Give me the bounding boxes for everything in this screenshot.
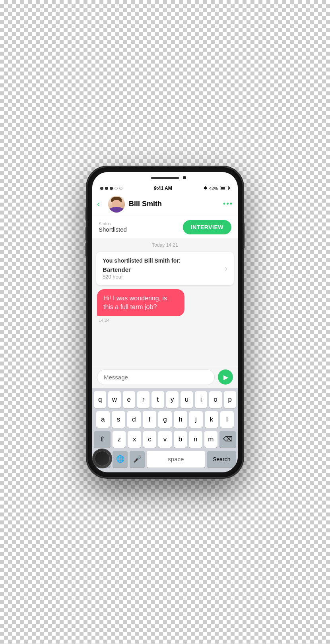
chat-bubble-wrapper: Hi! I was wondering, is this a full term…: [97, 289, 184, 323]
key-u[interactable]: u: [181, 391, 193, 408]
status-label: Status: [99, 221, 127, 226]
home-button[interactable]: [92, 449, 112, 468]
status-bar: 9:41 AM ✱ 42%: [92, 184, 238, 193]
key-i[interactable]: i: [195, 391, 207, 408]
battery-tip: [229, 187, 230, 189]
message-input[interactable]: [97, 369, 215, 385]
avatar-image: [108, 196, 125, 213]
search-key[interactable]: Search: [207, 451, 236, 468]
job-rate: $20 hour: [103, 274, 181, 280]
front-camera: [183, 176, 186, 179]
key-z[interactable]: z: [113, 431, 126, 448]
battery-body: [220, 186, 229, 190]
phone-top-bar: [92, 172, 238, 184]
key-v[interactable]: v: [158, 431, 171, 448]
shortlist-title: You shortlisted Bill Smith for:: [103, 257, 181, 264]
shortlist-arrow-icon: ›: [225, 264, 227, 273]
status-info: Status Shortlisted: [99, 221, 127, 233]
shift-key[interactable]: ⇧: [94, 431, 111, 448]
chat-timestamp: Today 14:21: [92, 238, 238, 252]
key-w[interactable]: w: [108, 391, 120, 408]
speaker-grille: [151, 177, 179, 179]
key-k[interactable]: k: [205, 411, 218, 428]
key-o[interactable]: o: [209, 391, 221, 408]
home-button-inner: [95, 451, 110, 466]
battery-fill: [221, 187, 225, 190]
avatar-face: [112, 200, 121, 208]
chat-bubble: Hi! I was wondering, is this a full term…: [97, 289, 184, 317]
mic-key[interactable]: 🎤: [130, 451, 145, 468]
more-options-button[interactable]: •••: [223, 200, 233, 208]
avatar-collar: [109, 207, 124, 213]
keyboard-row-4: 123 🌐 🎤 space Search: [94, 451, 236, 468]
keyboard-row-1: q w e r t y u i o p: [94, 391, 236, 408]
job-title: Bartender: [103, 266, 181, 273]
signal-dot-1: [100, 187, 103, 190]
key-g[interactable]: g: [158, 411, 172, 428]
battery-percent: 42%: [209, 186, 218, 191]
shortlist-text: You shortlisted Bill Smith for: Bartende…: [103, 257, 181, 280]
keyboard-row-2: a s d f g h j k l: [94, 411, 236, 428]
key-j[interactable]: j: [189, 411, 203, 428]
key-d[interactable]: d: [127, 411, 141, 428]
key-f[interactable]: f: [143, 411, 156, 428]
key-b[interactable]: b: [174, 431, 187, 448]
keyboard: q w e r t y u i o p a s d f g h j k: [92, 388, 238, 472]
phone-device: 9:41 AM ✱ 42% ‹: [87, 167, 243, 477]
key-e[interactable]: e: [123, 391, 135, 408]
status-right: ✱ 42%: [204, 186, 230, 191]
key-n[interactable]: n: [189, 431, 202, 448]
signal-dot-5: [119, 187, 122, 190]
interview-button[interactable]: INTERVIEW: [183, 220, 231, 234]
key-s[interactable]: s: [112, 411, 125, 428]
back-button[interactable]: ‹: [97, 199, 105, 209]
space-key[interactable]: space: [147, 451, 205, 468]
contact-name: Bill Smith: [129, 200, 223, 208]
key-l[interactable]: l: [220, 411, 234, 428]
message-input-bar: ▶: [92, 366, 238, 388]
signal-dot-2: [105, 187, 108, 190]
status-card: Status Shortlisted INTERVIEW: [92, 216, 238, 238]
send-button[interactable]: ▶: [218, 369, 233, 385]
battery-icon: [220, 186, 230, 190]
key-a[interactable]: a: [96, 411, 110, 428]
delete-key[interactable]: ⌫: [219, 431, 236, 448]
key-q[interactable]: q: [94, 391, 106, 408]
signal-dot-3: [110, 187, 113, 190]
nav-header: ‹ Bill Smith •••: [92, 193, 238, 216]
key-x[interactable]: x: [128, 431, 141, 448]
key-c[interactable]: c: [143, 431, 156, 448]
chat-area: Status Shortlisted INTERVIEW Today 14:21…: [92, 216, 238, 366]
signal-dot-4: [115, 187, 118, 190]
key-p[interactable]: p: [224, 391, 236, 408]
globe-key[interactable]: 🌐: [113, 451, 128, 468]
status-value: Shortlisted: [99, 226, 127, 233]
key-t[interactable]: t: [151, 391, 164, 408]
send-icon: ▶: [223, 373, 228, 381]
chat-bubble-container: Hi! I was wondering, is this a full term…: [92, 285, 238, 327]
key-r[interactable]: r: [137, 391, 149, 408]
key-h[interactable]: h: [174, 411, 187, 428]
key-m[interactable]: m: [204, 431, 217, 448]
key-y[interactable]: y: [166, 391, 179, 408]
bluetooth-icon: ✱: [204, 186, 207, 191]
avatar: [108, 196, 125, 213]
shortlist-title-bold: You shortlisted Bill Smith for:: [103, 257, 181, 264]
status-time: 9:41 AM: [154, 186, 172, 191]
phone-screen: 9:41 AM ✱ 42% ‹: [92, 172, 238, 472]
bubble-time: 14:24: [97, 318, 184, 323]
keyboard-row-3: ⇧ z x c v b n m ⌫: [94, 431, 236, 448]
signal-dots: [100, 187, 122, 190]
shortlist-card[interactable]: You shortlisted Bill Smith for: Bartende…: [96, 252, 234, 285]
